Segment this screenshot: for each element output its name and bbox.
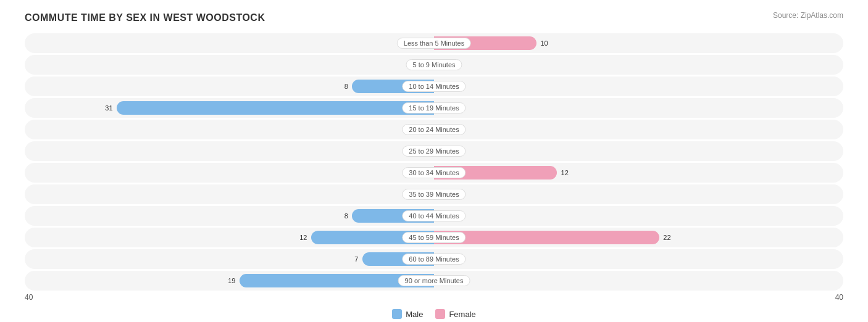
- male-value: 7: [354, 255, 358, 263]
- source-text: Source: ZipAtlas.com: [773, 11, 843, 20]
- chart-row: Less than 5 Minutes010: [25, 33, 843, 53]
- chart-row: 60 to 89 Minutes70: [25, 249, 843, 269]
- male-value: 12: [299, 234, 307, 241]
- legend: Male Female: [25, 309, 843, 319]
- legend-male: Male: [392, 309, 423, 319]
- chart-row: 25 to 29 Minutes00: [25, 141, 843, 161]
- male-value: 19: [228, 277, 235, 284]
- chart-area: Less than 5 Minutes0105 to 9 Minutes0010…: [25, 33, 843, 291]
- chart-row: 20 to 24 Minutes00: [25, 120, 843, 139]
- row-label: 35 to 39 Minutes: [402, 189, 465, 200]
- chart-row: 35 to 39 Minutes00: [25, 184, 843, 204]
- female-value: 12: [561, 169, 569, 176]
- chart-row: 90 or more Minutes190: [25, 271, 843, 291]
- chart-title: COMMUTE TIME BY SEX IN WEST WOODSTOCK: [25, 12, 843, 23]
- male-value: 8: [344, 212, 348, 220]
- chart-row: 30 to 34 Minutes012: [25, 163, 843, 183]
- female-value: 22: [663, 234, 670, 241]
- row-label: 90 or more Minutes: [398, 275, 470, 286]
- axis-right: 40: [835, 293, 843, 302]
- chart-row: 15 to 19 Minutes310: [25, 98, 843, 118]
- axis-labels: 40 40: [25, 293, 843, 302]
- chart-row: 10 to 14 Minutes80: [25, 76, 843, 96]
- chart-container: COMMUTE TIME BY SEX IN WEST WOODSTOCK So…: [0, 0, 868, 322]
- male-bar: [117, 101, 434, 115]
- female-color-box: [435, 309, 445, 319]
- male-value: 8: [344, 83, 348, 90]
- female-bar: [434, 231, 659, 244]
- female-label: Female: [449, 310, 475, 319]
- legend-female: Female: [435, 309, 475, 319]
- male-value: 31: [105, 104, 112, 112]
- row-label: 15 to 19 Minutes: [402, 102, 465, 114]
- female-value: 10: [540, 39, 548, 47]
- row-label: 20 to 24 Minutes: [402, 124, 465, 135]
- row-label: 60 to 89 Minutes: [402, 254, 465, 265]
- row-label: 10 to 14 Minutes: [402, 81, 465, 92]
- male-label: Male: [406, 310, 423, 319]
- row-label: 25 to 29 Minutes: [402, 146, 465, 157]
- chart-row: 45 to 59 Minutes1222: [25, 228, 843, 247]
- male-color-box: [392, 309, 402, 319]
- row-label: 5 to 9 Minutes: [406, 59, 462, 70]
- row-label: 45 to 59 Minutes: [402, 232, 465, 243]
- row-label: Less than 5 Minutes: [397, 38, 471, 49]
- row-label: 40 to 44 Minutes: [402, 210, 465, 221]
- row-label: 30 to 34 Minutes: [402, 167, 465, 178]
- chart-row: 40 to 44 Minutes80: [25, 206, 843, 226]
- axis-left: 40: [25, 293, 33, 302]
- chart-row: 5 to 9 Minutes00: [25, 55, 843, 75]
